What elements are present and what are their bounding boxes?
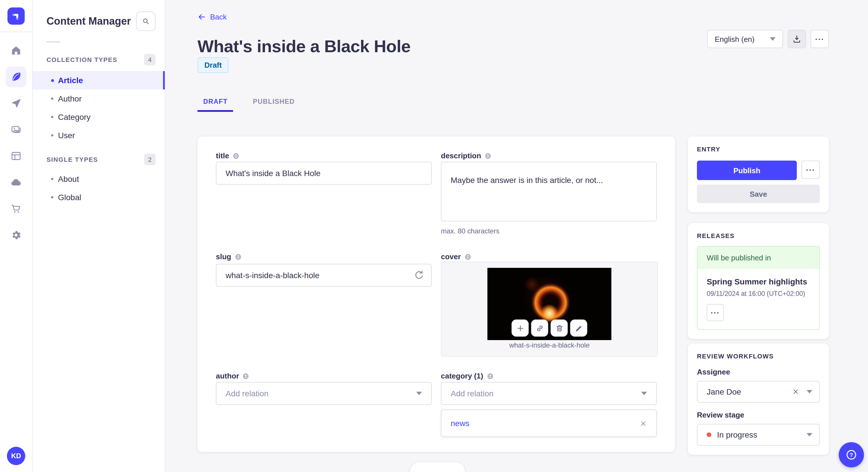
chevron-down-icon: [416, 392, 422, 395]
media-edit-button[interactable]: [570, 319, 587, 337]
chevron-down-icon: [807, 390, 812, 394]
strapi-logo-icon: [11, 11, 21, 21]
status-badge: Draft: [197, 57, 229, 73]
regenerate-slug-button[interactable]: [413, 270, 425, 281]
sidebar-item-global[interactable]: Global: [33, 188, 165, 206]
back-link[interactable]: Back: [197, 12, 227, 21]
nav-content-type-builder-button[interactable]: [6, 146, 26, 166]
author-relation-select[interactable]: Add relation: [216, 382, 432, 405]
media-delete-button[interactable]: [551, 319, 568, 337]
nav-home-button[interactable]: [6, 40, 26, 61]
assignee-select[interactable]: Jane Doe: [697, 381, 820, 403]
chevron-down-icon: [770, 37, 776, 41]
back-label: Back: [210, 12, 227, 21]
right-panels: ENTRY Publish ··· Save RELEASES Will be …: [688, 136, 829, 455]
review-workflows-header: REVIEW WORKFLOWS: [697, 353, 820, 360]
pencil-icon: [575, 324, 583, 332]
slug-field: [216, 264, 432, 287]
entry-form-card: title description Maybe the answer is in…: [197, 136, 675, 452]
description-hint: max. 80 characters: [441, 227, 499, 235]
svg-text:?: ?: [849, 452, 853, 458]
nav-media-library-button[interactable]: [6, 119, 26, 140]
cover-filename: what-s-inside-a-black-hole: [441, 341, 657, 349]
globe-icon: [243, 372, 249, 379]
author-placeholder: Add relation: [226, 389, 268, 398]
help-button[interactable]: ?: [839, 442, 864, 467]
description-field-label: description: [441, 151, 491, 160]
locale-selected-value: English (en): [715, 35, 755, 43]
media-add-button[interactable]: [512, 319, 529, 337]
sidebar-item-about[interactable]: About: [33, 170, 165, 188]
collection-types-count-badge: 4: [144, 54, 156, 65]
entry-more-button[interactable]: ···: [801, 161, 820, 179]
single-types-list: About Global: [33, 170, 165, 206]
review-stage-label: Review stage: [697, 411, 820, 419]
export-button[interactable]: [787, 30, 806, 48]
description-textarea[interactable]: Maybe the answer is in this article, or …: [441, 162, 657, 222]
layout-icon: [10, 150, 22, 162]
category-placeholder: Add relation: [451, 389, 493, 398]
nav-deploy-button[interactable]: [6, 172, 26, 193]
save-button[interactable]: Save: [697, 185, 820, 203]
slug-input[interactable]: [216, 264, 432, 287]
title-field-label: title: [216, 151, 239, 160]
release-banner: Will be published in: [698, 247, 819, 269]
ellipsis-icon: ···: [806, 166, 815, 173]
cart-icon: [10, 203, 22, 214]
release-more-button[interactable]: ···: [707, 304, 724, 321]
globe-icon: [485, 152, 491, 159]
releases-panel: RELEASES Will be published in Spring Sum…: [688, 223, 829, 339]
globe-icon: [232, 152, 239, 159]
publish-button[interactable]: Publish: [697, 161, 797, 180]
page-title: What's inside a Black Hole: [197, 37, 410, 56]
cover-field-label: cover: [441, 252, 471, 261]
assignee-label: Assignee: [697, 368, 820, 376]
chevron-down-icon: [641, 392, 647, 395]
locale-select[interactable]: English (en): [707, 30, 783, 48]
sidebar-item-user[interactable]: User: [33, 126, 165, 144]
sidebar-item-category[interactable]: Category: [33, 108, 165, 126]
sidebar-item-author[interactable]: Author: [33, 90, 165, 108]
tab-published[interactable]: PUBLISHED: [247, 93, 301, 110]
sidebar-search-button[interactable]: [136, 11, 156, 31]
cover-media-card: what-s-inside-a-black-hole: [441, 262, 658, 357]
globe-icon: [235, 253, 241, 260]
search-icon: [142, 17, 150, 25]
rail-nav-items: [6, 40, 26, 245]
header-more-button[interactable]: ···: [811, 30, 829, 48]
paper-plane-icon: [10, 98, 22, 109]
category-relation-select[interactable]: Add relation: [441, 382, 657, 405]
remove-relation-button[interactable]: [640, 419, 647, 427]
strapi-logo[interactable]: [7, 7, 25, 25]
sidebar-title: Content Manager: [46, 15, 131, 27]
nav-settings-button[interactable]: [6, 225, 26, 245]
trash-icon: [555, 324, 563, 332]
relation-news-link[interactable]: news: [451, 419, 469, 428]
feather-icon: [10, 71, 22, 82]
nav-releases-button[interactable]: [6, 93, 26, 113]
nav-marketplace-button[interactable]: [6, 198, 26, 219]
media-copy-link-button[interactable]: [531, 319, 548, 337]
stage-value: In progress: [717, 430, 757, 439]
cover-media-actions: [512, 319, 587, 337]
nav-content-manager-button[interactable]: [6, 67, 26, 87]
sidebar-item-article[interactable]: Article: [33, 71, 165, 90]
cloud-icon: [10, 177, 22, 188]
home-icon: [10, 45, 22, 56]
review-stage-select[interactable]: In progress: [697, 424, 820, 446]
scroll-pill[interactable]: [410, 462, 465, 472]
tab-draft[interactable]: DRAFT: [197, 93, 234, 110]
clear-icon[interactable]: [792, 388, 799, 395]
collection-types-list: Article Author Category User: [33, 71, 165, 144]
user-avatar[interactable]: KD: [7, 447, 25, 465]
releases-panel-header: RELEASES: [697, 232, 820, 239]
entry-panel-header: ENTRY: [697, 146, 820, 153]
ellipsis-icon: ···: [711, 309, 720, 316]
question-mark-icon: ?: [845, 448, 858, 461]
review-workflows-panel: REVIEW WORKFLOWS Assignee Jane Doe Revie…: [688, 343, 829, 455]
section-collection-types-label: COLLECTION TYPES: [46, 56, 117, 63]
release-title[interactable]: Spring Summer highlights: [707, 277, 810, 286]
release-date: 09/11/2024 at 16:00 (UTC+02:00): [707, 290, 810, 297]
title-input[interactable]: [216, 162, 432, 185]
plus-icon: [516, 324, 524, 332]
